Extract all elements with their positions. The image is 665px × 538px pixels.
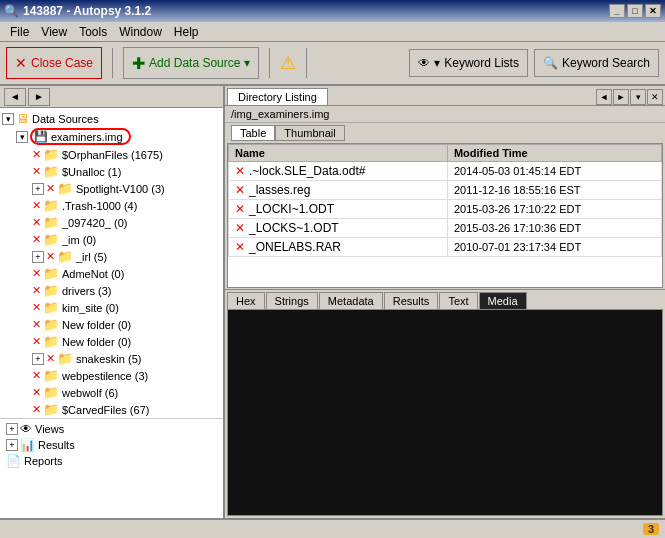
keyword-search-button[interactable]: 🔍 Keyword Search [534, 49, 659, 77]
expand-results[interactable]: + [6, 439, 18, 451]
menu-window[interactable]: Window [113, 23, 168, 41]
folder-icon-1: 📁 [43, 164, 59, 179]
expand-spotlight[interactable]: + [32, 183, 44, 195]
table-row[interactable]: ✕_LOCKI~1.ODT2015-03-26 17:10:22 EDT [229, 200, 662, 219]
tree-item-results[interactable]: + 📊 Results [0, 437, 223, 453]
file-table: Name Modified Time ✕.~lock.SLE_Data.odt#… [228, 144, 662, 257]
file-deleted-icon: ✕ [235, 240, 245, 254]
tab-scroll-right[interactable]: ► [613, 89, 629, 105]
close-button[interactable]: ✕ [645, 4, 661, 18]
directory-listing-tab[interactable]: Directory Listing [227, 88, 328, 105]
back-button[interactable]: ◄ [4, 88, 26, 106]
tree-item-irl[interactable]: + ✕ 📁 _irl (5) [0, 248, 223, 265]
tree-item-newfolder1[interactable]: ✕ 📁 New folder (0) [0, 316, 223, 333]
title-bar-controls: _ □ ✕ [609, 4, 661, 18]
tree-item-datasources[interactable]: ▾ 🖥 Data Sources [0, 110, 223, 127]
tab-scroll-left[interactable]: ◄ [596, 89, 612, 105]
table-row[interactable]: ✕_ONELABS.RAR2010-07-01 23:17:34 EDT [229, 238, 662, 257]
menu-view[interactable]: View [35, 23, 73, 41]
eye-icon: 👁 [418, 56, 430, 70]
deleted-icon-8: ✕ [32, 284, 41, 297]
col-name: Name [229, 145, 448, 162]
tree-label-examiners: examiners.img [51, 131, 123, 143]
forward-button[interactable]: ► [28, 88, 50, 106]
expand-snakeskin[interactable]: + [32, 353, 44, 365]
folder-icon-7: 📁 [43, 266, 59, 281]
table-view-tab[interactable]: Table [231, 125, 275, 141]
deleted-icon-11: ✕ [32, 335, 41, 348]
tree-item-webwolf[interactable]: ✕ 📁 webwolf (6) [0, 384, 223, 401]
table-row[interactable]: ✕.~lock.SLE_Data.odt#2014-05-03 01:45:14… [229, 162, 662, 181]
tree-item-drivers[interactable]: ✕ 📁 drivers (3) [0, 282, 223, 299]
bottom-tab-hex[interactable]: Hex [227, 292, 265, 309]
tree-label-6: _irl (5) [76, 251, 107, 263]
file-name: _ONELABS.RAR [249, 240, 341, 254]
kw-lists-dropdown: ▾ [434, 56, 440, 70]
tree-item-views[interactable]: + 👁 Views [0, 421, 223, 437]
file-deleted-icon: ✕ [235, 164, 245, 178]
tree-item-reports[interactable]: 📄 Reports [0, 453, 223, 469]
keyword-lists-button[interactable]: 👁 ▾ Keyword Lists [409, 49, 528, 77]
menu-tools[interactable]: Tools [73, 23, 113, 41]
tree-item-orphan[interactable]: ✕ 📁 $OrphanFiles (1675) [0, 146, 223, 163]
results-icon: 📊 [20, 438, 35, 452]
add-dropdown-icon: ▾ [244, 56, 250, 70]
directory-path: /img_examiners.img [225, 106, 665, 123]
title-icon: 🔍 [4, 4, 19, 18]
folder-icon-8: 📁 [43, 283, 59, 298]
tree-item-unalloc[interactable]: ✕ 📁 $Unalloc (1) [0, 163, 223, 180]
tree-item-newfolder2[interactable]: ✕ 📁 New folder (0) [0, 333, 223, 350]
expand-datasources[interactable]: ▾ [2, 113, 14, 125]
tree-panel: ◄ ► ▾ 🖥 Data Sources ▾ 💾 examiners.img ✕ [0, 86, 225, 518]
deleted-icon-9: ✕ [32, 301, 41, 314]
expand-examiners[interactable]: ▾ [16, 131, 28, 143]
folder-icon-0: 📁 [43, 147, 59, 162]
tree-label-5: _im (0) [62, 234, 96, 246]
folder-icon-11: 📁 [43, 334, 59, 349]
add-data-source-button[interactable]: ✚ Add Data Source ▾ [123, 47, 259, 79]
tree-label-datasources: Data Sources [32, 113, 99, 125]
table-row[interactable]: ✕_lasses.reg2011-12-16 18:55:16 EST [229, 181, 662, 200]
tab-close[interactable]: ✕ [647, 89, 663, 105]
bottom-tab-strings[interactable]: Strings [266, 292, 318, 309]
expand-irl[interactable]: + [32, 251, 44, 263]
tree-item-097420[interactable]: ✕ 📁 _097420_ (0) [0, 214, 223, 231]
bottom-tab-results[interactable]: Results [384, 292, 439, 309]
tree-item-kimsite[interactable]: ✕ 📁 kim_site (0) [0, 299, 223, 316]
status-badge: 3 [643, 523, 659, 535]
thumbnail-view-tab[interactable]: Thumbnail [275, 125, 344, 141]
bottom-tab-text[interactable]: Text [439, 292, 477, 309]
table-row[interactable]: ✕_LOCKS~1.ODT2015-03-26 17:10:36 EDT [229, 219, 662, 238]
expand-views[interactable]: + [6, 423, 18, 435]
tree-label-11: New folder (0) [62, 336, 131, 348]
menu-help[interactable]: Help [168, 23, 205, 41]
tree-label-8: drivers (3) [62, 285, 112, 297]
file-name: _lasses.reg [249, 183, 310, 197]
tree-item-im[interactable]: ✕ 📁 _im (0) [0, 231, 223, 248]
warning-icon: ⚠ [280, 52, 296, 74]
maximize-button[interactable]: □ [627, 4, 643, 18]
tree-item-carvedfiles[interactable]: ✕ 📁 $CarvedFiles (67) [0, 401, 223, 418]
deleted-icon-10: ✕ [32, 318, 41, 331]
toolbar: ✕ Close Case ✚ Add Data Source ▾ ⚠ 👁 ▾ K… [0, 42, 665, 86]
tree-item-webpestilence[interactable]: ✕ 📁 webpestilence (3) [0, 367, 223, 384]
folder-icon-6: 📁 [57, 249, 73, 264]
tree-item-admenot[interactable]: ✕ 📁 AdmeNot (0) [0, 265, 223, 282]
bottom-tab-media[interactable]: Media [479, 292, 527, 309]
bottom-tab-metadata[interactable]: Metadata [319, 292, 383, 309]
tree-item-snakeskin[interactable]: + ✕ 📁 snakeskin (5) [0, 350, 223, 367]
datasources-folder-icon: 🖥 [16, 111, 29, 126]
tree-item-trash[interactable]: ✕ 📁 .Trash-1000 (4) [0, 197, 223, 214]
tree-item-examiners[interactable]: ▾ 💾 examiners.img [0, 127, 223, 146]
tree-item-spotlight[interactable]: + ✕ 📁 Spotlight-V100 (3) [0, 180, 223, 197]
minimize-button[interactable]: _ [609, 4, 625, 18]
folder-icon-2: 📁 [57, 181, 73, 196]
menu-file[interactable]: File [4, 23, 35, 41]
folder-icon-3: 📁 [43, 198, 59, 213]
folder-icon-4: 📁 [43, 215, 59, 230]
tab-dropdown[interactable]: ▾ [630, 89, 646, 105]
col-modified: Modified Time [447, 145, 661, 162]
close-case-button[interactable]: ✕ Close Case [6, 47, 102, 79]
tree-views-section: + 👁 Views + 📊 Results 📄 Reports [0, 418, 223, 469]
folder-icon-9: 📁 [43, 300, 59, 315]
